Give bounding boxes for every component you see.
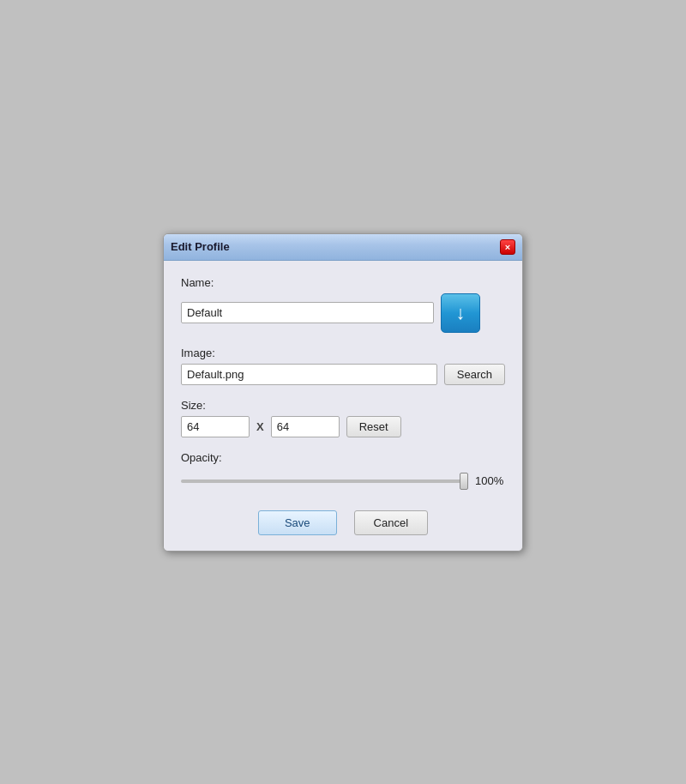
close-button[interactable]: ×: [500, 239, 515, 255]
cancel-button[interactable]: Cancel: [354, 510, 428, 535]
image-row: Image: Search: [181, 347, 505, 385]
opacity-section: Opacity: 100%: [181, 451, 505, 493]
opacity-slider[interactable]: [181, 479, 468, 483]
size-x-separator: X: [256, 420, 264, 433]
size-height-input[interactable]: [271, 416, 340, 437]
download-button[interactable]: ↓: [441, 293, 480, 333]
title-bar: Edit Profile ×: [164, 234, 522, 261]
name-input[interactable]: [181, 302, 434, 323]
size-label: Size:: [181, 399, 505, 412]
download-icon: ↓: [456, 304, 466, 323]
opacity-value: 100%: [475, 474, 505, 487]
opacity-label-row: Opacity:: [181, 451, 505, 464]
dialog-title: Edit Profile: [171, 240, 230, 253]
slider-row: 100%: [181, 469, 505, 493]
reset-button[interactable]: Reset: [346, 416, 401, 437]
name-row: Name: ↓: [181, 276, 505, 333]
image-input[interactable]: [181, 364, 437, 385]
size-input-row: X Reset: [181, 416, 505, 437]
image-label: Image:: [181, 347, 505, 359]
edit-profile-dialog: Edit Profile × Name: ↓ Image: Search Siz…: [163, 233, 523, 552]
size-row: Size: X Reset: [181, 399, 505, 437]
opacity-slider-container: [181, 469, 468, 493]
name-label: Name:: [181, 276, 505, 289]
size-width-input[interactable]: [181, 416, 250, 437]
buttons-row: Save Cancel: [181, 510, 505, 535]
name-input-row: ↓: [181, 293, 505, 333]
search-button[interactable]: Search: [444, 364, 505, 385]
opacity-label: Opacity:: [181, 451, 222, 464]
image-input-row: Search: [181, 364, 505, 385]
save-button[interactable]: Save: [258, 510, 337, 535]
dialog-body: Name: ↓ Image: Search Size: X Res: [164, 261, 522, 551]
